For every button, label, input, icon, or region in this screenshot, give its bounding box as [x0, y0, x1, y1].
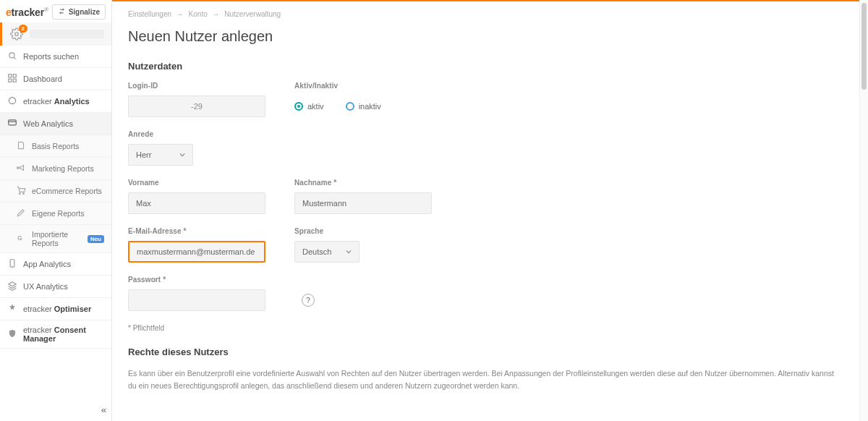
- help-icon[interactable]: ?: [302, 294, 315, 307]
- section-rights: Rechte dieses Nutzers: [128, 346, 843, 357]
- brand-logo: etracker®: [6, 7, 48, 18]
- signalize-label: Signalize: [69, 8, 100, 16]
- web-icon: [7, 118, 17, 129]
- salutation-select[interactable]: Herr: [128, 144, 193, 166]
- radio-dot-icon: [346, 102, 354, 111]
- svg-point-6: [9, 97, 15, 103]
- sidebar-item-dashboard[interactable]: Dashboard: [0, 68, 111, 90]
- svg-point-8: [19, 193, 20, 195]
- radio-active-label: aktiv: [307, 102, 324, 111]
- lastname-input[interactable]: Mustermann: [294, 192, 432, 214]
- brand-accent: e: [6, 7, 12, 18]
- sidebar-web-label: Web Analytics: [23, 119, 73, 128]
- salutation-label: Anrede: [128, 130, 265, 138]
- radio-inactive-label: inaktiv: [359, 102, 381, 111]
- phone-icon: [7, 258, 17, 270]
- breadcrumb-usermgmt[interactable]: Nutzerverwaltung: [224, 10, 281, 18]
- login-id-value: -29: [191, 102, 203, 111]
- sidebar-basis-label: Basis Reports: [32, 142, 79, 150]
- svg-point-0: [15, 33, 19, 36]
- email-value: maxmustermann@musterman.de: [137, 247, 255, 256]
- sidebar-item-analytics[interactable]: etracker Analytics: [0, 90, 111, 113]
- radio-inactive[interactable]: inaktiv: [346, 102, 381, 111]
- signalize-button[interactable]: Signalize: [52, 4, 106, 20]
- sidebar: etracker® Signalize 2 Reports suchen Das…: [0, 0, 112, 421]
- radio-dot-icon: [294, 102, 303, 111]
- sidebar-app-label: App Analytics: [23, 260, 71, 268]
- cart-icon: [16, 185, 26, 197]
- password-input[interactable]: [128, 289, 265, 311]
- svg-point-9: [23, 193, 25, 195]
- megaphone-icon: [16, 163, 26, 174]
- firstname-value: Max: [136, 199, 151, 208]
- shield-icon: [7, 328, 17, 340]
- rights-description: Es kann über ein Benutzerprofil eine vor…: [128, 367, 843, 392]
- breadcrumb-sep: →: [213, 10, 220, 18]
- dashboard-icon: [7, 73, 17, 85]
- google-icon: G: [16, 233, 26, 244]
- sidebar-item-app-analytics[interactable]: App Analytics: [0, 253, 111, 276]
- breadcrumb-account[interactable]: Konto: [189, 10, 208, 18]
- pencil-icon: [16, 208, 26, 219]
- language-select[interactable]: Deutsch: [294, 241, 359, 263]
- language-label: Sprache: [294, 227, 432, 235]
- svg-rect-2: [9, 75, 12, 77]
- sidebar-sub-basis[interactable]: Basis Reports: [0, 135, 111, 158]
- sidebar-sub-marketing[interactable]: Marketing Reports: [0, 158, 111, 180]
- sidebar-optimiser-label: etracker Optimiser: [23, 305, 91, 313]
- mandatory-note: * Pflichtfeld: [128, 324, 843, 332]
- sidebar-item-web-analytics[interactable]: Web Analytics: [0, 113, 111, 135]
- email-input[interactable]: maxmustermann@musterman.de: [128, 241, 265, 263]
- report-icon: [16, 140, 26, 152]
- swap-icon: [58, 7, 66, 17]
- sidebar-user[interactable]: 2: [0, 22, 111, 46]
- lastname-value: Mustermann: [302, 199, 346, 208]
- user-name-placeholder: [30, 30, 104, 38]
- firstname-label: Vorname: [128, 179, 265, 187]
- layers-icon: [7, 281, 17, 292]
- language-value: Deutsch: [302, 247, 331, 256]
- sidebar-imported-label: Importierte Reports: [32, 230, 79, 247]
- sidebar-consent-label: etracker Consent Manager: [23, 326, 104, 343]
- sidebar-sub-ecommerce[interactable]: eCommerce Reports: [0, 180, 111, 203]
- password-label: Passwort *: [128, 276, 265, 284]
- collapse-sidebar-icon[interactable]: «: [101, 404, 104, 415]
- sidebar-top: etracker® Signalize: [0, 0, 111, 22]
- email-label: E-Mail-Adresse *: [128, 227, 265, 235]
- sidebar-item-consent[interactable]: etracker Consent Manager: [0, 320, 111, 349]
- sliders-icon: [7, 303, 17, 315]
- sidebar-analytics-label: etracker Analytics: [23, 97, 90, 106]
- login-id-label: Login-ID: [128, 82, 265, 90]
- sidebar-item-optimiser[interactable]: etracker Optimiser: [0, 298, 111, 320]
- chevron-down-icon: [179, 150, 185, 159]
- svg-rect-3: [13, 75, 16, 77]
- svg-rect-5: [13, 79, 16, 82]
- scrollbar-thumb[interactable]: [861, 3, 867, 90]
- analytics-icon: [7, 95, 17, 107]
- radio-active[interactable]: aktiv: [294, 102, 324, 111]
- sidebar-ecommerce-label: eCommerce Reports: [32, 187, 102, 195]
- new-badge: Neu: [88, 235, 104, 243]
- sidebar-sub-own[interactable]: Eigene Reports: [0, 203, 111, 225]
- svg-rect-4: [9, 79, 12, 82]
- sidebar-item-ux-analytics[interactable]: UX Analytics: [0, 276, 111, 298]
- gear-icon: 2: [9, 27, 24, 41]
- svg-point-1: [9, 53, 14, 58]
- login-id-field: -29: [128, 95, 265, 117]
- breadcrumb-settings[interactable]: Einstellungen: [128, 10, 171, 18]
- scrollbar[interactable]: [859, 0, 868, 421]
- sidebar-search-label: Reports suchen: [23, 52, 79, 61]
- page-title: Neuen Nutzer anlegen: [128, 28, 843, 45]
- main-content: Einstellungen → Konto → Nutzerverwaltung…: [112, 0, 859, 421]
- brand-rest: tracker: [12, 7, 44, 18]
- sidebar-sub-imported[interactable]: G Importierte Reports Neu: [0, 225, 111, 253]
- chevron-down-icon: [346, 247, 352, 256]
- breadcrumb-sep: →: [176, 10, 184, 18]
- firstname-input[interactable]: Max: [128, 192, 265, 214]
- svg-rect-7: [9, 120, 17, 125]
- svg-text:G: G: [17, 235, 22, 242]
- sidebar-item-search[interactable]: Reports suchen: [0, 46, 111, 68]
- sidebar-dashboard-label: Dashboard: [23, 75, 62, 83]
- search-icon: [7, 51, 17, 62]
- brand-reg: ®: [44, 7, 48, 13]
